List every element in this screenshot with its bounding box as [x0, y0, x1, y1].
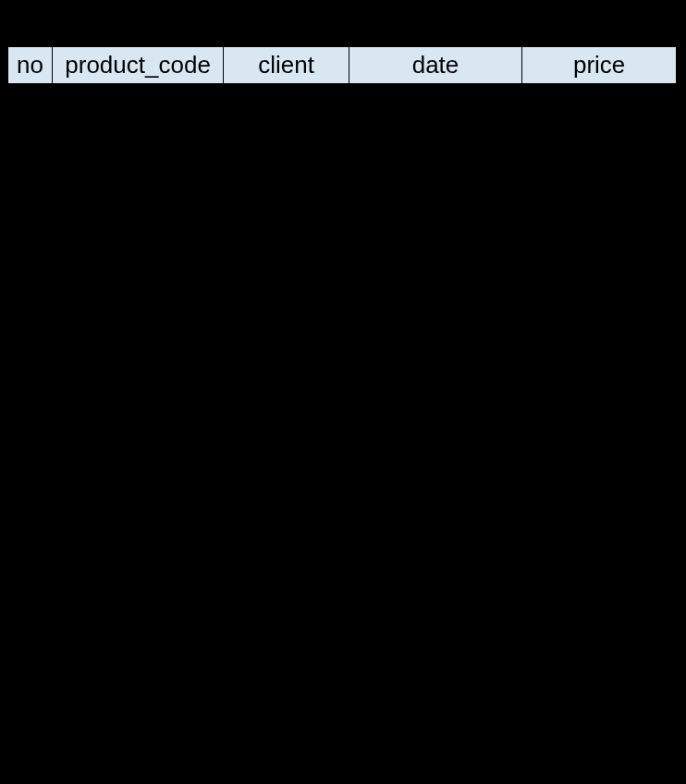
- cell-no: 6: [8, 288, 53, 328]
- cell-no: 2: [8, 125, 53, 165]
- table-row: 4b001A사2021-06-091,020,000: [8, 206, 677, 247]
- cell-price: 514,000: [522, 735, 677, 776]
- cell-price: 34,000: [522, 654, 677, 694]
- table-row: 12a003A사2021-06-29100,000: [8, 532, 677, 572]
- table-row: 17a001C사2021-07-13514,000: [8, 735, 677, 776]
- header-no: no: [8, 47, 53, 84]
- cell-date: 2021-06-12: [349, 288, 522, 328]
- cell-date: 2021-06-09: [349, 165, 522, 206]
- cell-date: 2021-06-17: [349, 328, 522, 369]
- cell-product-code: c001: [52, 572, 223, 613]
- table-row: 7a003A사2021-06-17100,000: [8, 328, 677, 369]
- cell-no: 9: [8, 410, 53, 450]
- cell-client: B사: [224, 694, 349, 735]
- cell-no: 13: [8, 572, 53, 613]
- cell-date: 2021-06-09: [349, 125, 522, 165]
- cell-price: 100,000: [522, 532, 677, 572]
- cell-price: 305,000: [522, 84, 677, 125]
- cell-product-code: a002: [52, 84, 223, 125]
- table-row: 10c002B사2021-06-2416,000: [8, 450, 677, 491]
- cell-no: 15: [8, 654, 53, 694]
- cell-no: 8: [8, 369, 53, 410]
- cell-client: B사: [224, 613, 349, 654]
- cell-product-code: c002: [52, 450, 223, 491]
- table-row: 5b003B사2021-06-12675,000: [8, 247, 677, 288]
- cell-client: B사: [224, 288, 349, 328]
- table-row: 15c003A사2021-07-0934,000: [8, 654, 677, 694]
- cell-date: 2021-07-09: [349, 613, 522, 654]
- table-row: 14b001B사2021-07-091,020,000: [8, 613, 677, 654]
- cell-price: 16,000: [522, 776, 677, 785]
- cell-price: 80,000: [522, 572, 677, 613]
- cell-date: 2021-06-30: [349, 572, 522, 613]
- cell-price: based: [522, 410, 677, 450]
- cell-product-code: b001: [52, 206, 223, 247]
- cell-no: 7: [8, 328, 53, 369]
- cell-client: A사: [224, 206, 349, 247]
- cell-no: 10: [8, 450, 53, 491]
- cell-client: A사: [224, 532, 349, 572]
- cell-no: 4: [8, 206, 53, 247]
- cell-client: A사: [224, 328, 349, 369]
- cell-price: 710,000: [522, 288, 677, 328]
- cell-date: 2021-06-17: [349, 410, 522, 450]
- cell-product-code: a001: [52, 410, 223, 450]
- header-date: date: [349, 47, 522, 84]
- cell-date: 2021-07-20: [349, 776, 522, 785]
- cell-product-code: c003: [52, 125, 223, 165]
- cell-product-code: a003: [52, 328, 223, 369]
- cell-no: 11: [8, 491, 53, 532]
- table-row: 3a001C사2021-06-09514,000: [8, 165, 677, 206]
- sales-table: no product_code client date price 1a002C…: [7, 46, 677, 784]
- table-row: 8c001C사2021-06-1780,000: [8, 369, 677, 410]
- cell-product-code: c001: [52, 369, 223, 410]
- cell-no: 14: [8, 613, 53, 654]
- cell-product-code: a001: [52, 165, 223, 206]
- cell-client: A사: [224, 654, 349, 694]
- cell-client: C사: [224, 125, 349, 165]
- cell-price: 16,000: [522, 450, 677, 491]
- cell-price: 1,020,000: [522, 206, 677, 247]
- table-title: sales: [7, 9, 679, 39]
- cell-no: 1: [8, 84, 53, 125]
- cell-product-code: b002: [52, 288, 223, 328]
- cell-date: 2021-07-13: [349, 735, 522, 776]
- cell-date: 2021-06-09: [349, 206, 522, 247]
- cell-no: 18: [8, 776, 53, 785]
- cell-no: 5: [8, 247, 53, 288]
- cell-client: C사: [224, 369, 349, 410]
- cell-client: B사: [224, 247, 349, 288]
- cell-date: 2021-06-24: [349, 491, 522, 532]
- cell-date: 2021-07-09: [349, 654, 522, 694]
- cell-product-code: a001: [52, 735, 223, 776]
- cell-date: 2021-06-17: [349, 369, 522, 410]
- cell-price: 100,000: [522, 328, 677, 369]
- cell-client: A사: [224, 410, 349, 450]
- table-row: 6b002B사2021-06-12710,000: [8, 288, 677, 328]
- cell-price: 514,000: [522, 165, 677, 206]
- cell-no: 16: [8, 694, 53, 735]
- cell-price: 1,020,000: [522, 613, 677, 654]
- cell-product-code: c002: [52, 776, 223, 785]
- cell-client: B사: [224, 491, 349, 532]
- header-price: price: [522, 47, 677, 84]
- table-row: 2c003C사2021-06-0934,000: [8, 125, 677, 165]
- cell-client: B사: [224, 450, 349, 491]
- cell-price: 675,000: [522, 694, 677, 735]
- cell-date: 2021-06-29: [349, 532, 522, 572]
- header-product-code: product_code: [52, 47, 223, 84]
- table-row: 18c002A사2021-07-2016,000: [8, 776, 677, 785]
- cell-client: C사: [224, 572, 349, 613]
- cell-product-code: b003: [52, 247, 223, 288]
- cell-client: C사: [224, 84, 349, 125]
- cell-product-code: a002: [52, 491, 223, 532]
- cell-price: 80,000: [522, 369, 677, 410]
- cell-product-code: a003: [52, 532, 223, 572]
- header-client: client: [224, 47, 349, 84]
- cell-date: 2021-07-12: [349, 694, 522, 735]
- cell-client: C사: [224, 735, 349, 776]
- cell-date: 2021-06-02: [349, 84, 522, 125]
- table-header-row: no product_code client date price: [8, 47, 677, 84]
- cell-price: 34,000: [522, 125, 677, 165]
- cell-date: 2021-06-24: [349, 450, 522, 491]
